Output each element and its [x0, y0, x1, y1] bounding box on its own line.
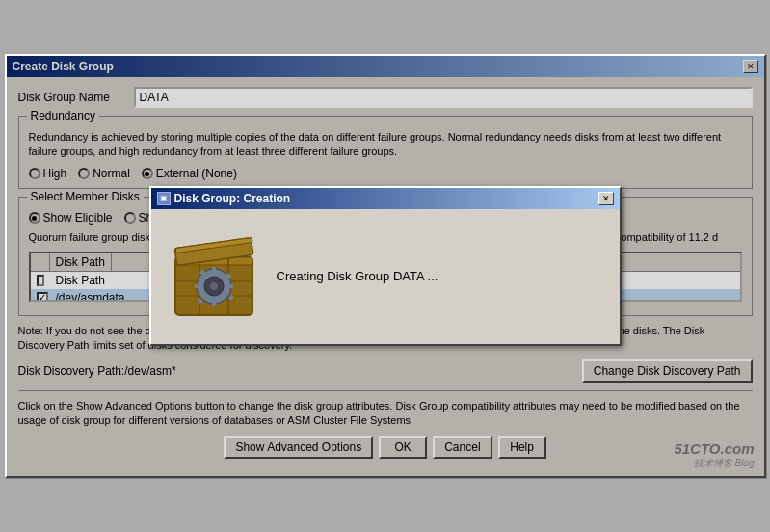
svg-rect-10: [212, 300, 216, 306]
svg-rect-11: [195, 284, 200, 288]
modal-close-button[interactable]: ✕: [598, 192, 614, 205]
modal-overlay: ▣ Disk Group: Creation ✕: [7, 56, 764, 477]
modal-title-bar: ▣ Disk Group: Creation ✕: [151, 188, 620, 209]
svg-point-8: [210, 282, 218, 290]
disk-group-icon: [171, 233, 257, 320]
svg-rect-9: [212, 267, 216, 273]
modal-title: Disk Group: Creation: [174, 192, 291, 205]
modal-creating-text: Creating Disk Group DATA ...: [277, 269, 438, 283]
modal-image: [171, 233, 257, 320]
modal-icon: ▣: [157, 192, 171, 205]
svg-rect-12: [227, 284, 233, 288]
modal-title-left: ▣ Disk Group: Creation: [157, 192, 291, 205]
main-window: Create Disk Group ✕ Disk Group Name Redu…: [5, 54, 766, 479]
modal-content: Creating Disk Group DATA ...: [151, 209, 620, 344]
modal-window: ▣ Disk Group: Creation ✕: [149, 186, 622, 346]
